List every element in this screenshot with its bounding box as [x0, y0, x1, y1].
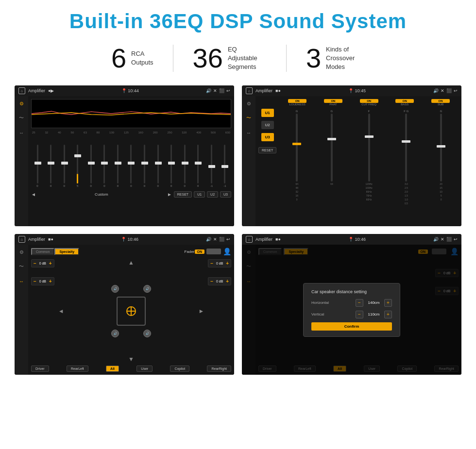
dialog-vertical-plus[interactable]: + — [384, 311, 392, 318]
sidebar-fader-icon1[interactable]: ⚙ — [17, 248, 26, 256]
eq-slider-10: 0 — [153, 145, 163, 187]
crossover-reset-btn[interactable]: RESET — [258, 147, 276, 153]
topbar-crossover-title: Amplifier — [255, 88, 272, 93]
eq-reset-btn[interactable]: RESET — [174, 191, 192, 198]
eq-slider-4: 5 — [72, 145, 83, 187]
topbar-crossover-left: ⌂ Amplifier ■● — [246, 87, 281, 94]
sidebar-fader-icon2[interactable]: 〜 — [17, 262, 26, 271]
stat-crossover-label: Kinds ofCrossover Modes — [326, 45, 365, 72]
sidebar-fader: ⚙ 〜 ↔ — [15, 245, 28, 375]
distance-dialog-overlay: Car speaker distance setting Horizontal … — [242, 245, 461, 375]
vol-control-br: − 0 dB + — [208, 277, 231, 285]
dialog-horizontal-minus[interactable]: − — [356, 299, 363, 307]
home-icon[interactable]: ⌂ — [18, 87, 25, 94]
loudness-handle[interactable] — [292, 143, 301, 145]
fader-slider[interactable] — [206, 249, 221, 254]
fader-right-arrow[interactable]: ► — [198, 308, 204, 315]
eq-bottom-controls: ◄ Custom ► RESET U1 U2 U3 — [31, 191, 231, 198]
sub-handle[interactable] — [437, 145, 445, 148]
eq-next-btn[interactable]: ► — [167, 192, 172, 197]
ch-cutfreq-on[interactable]: ON — [360, 99, 378, 103]
fader-up-arrow[interactable]: ▲ — [128, 259, 134, 266]
dialog-horizontal-input: − 140cm + — [356, 299, 392, 307]
eq-u1-btn[interactable]: U1 — [194, 191, 205, 198]
ch-loudness-on[interactable]: ON — [288, 99, 306, 103]
btn-driver[interactable]: Driver — [31, 366, 49, 372]
btn-rearright[interactable]: RearRight — [207, 366, 231, 372]
preset-u2[interactable]: U2 — [261, 121, 274, 129]
vol-br-plus[interactable]: + — [226, 279, 229, 284]
fader-controls-area: − 0 dB + − 0 dB + — [31, 259, 231, 363]
crossover-channels-area: ON LOUDNESS ON PHAT ON CUT FREQ — [279, 99, 459, 223]
tab-specialty[interactable]: Specialty — [54, 248, 79, 255]
topbar-fader-title: Amplifier — [28, 237, 45, 242]
screen-fader-content: ⚙ 〜 ↔ Common Specialty Fader ON 👤 — [15, 245, 234, 375]
speaker-diagram: 🔊 🔊 🔊 — [111, 285, 151, 337]
sidebar-crossover-icon2[interactable]: 〜 — [244, 114, 253, 122]
speaker-bottom-row: 🔊 🔊 — [111, 330, 151, 337]
dialog-vertical-val: 110cm — [365, 312, 382, 316]
eq-prev-btn[interactable]: ◄ — [31, 192, 36, 197]
sub-slider-col: G 20 15 10 5 0 — [432, 110, 450, 201]
loudness-slider-col: G 64 48 32 16 0 — [288, 110, 306, 201]
stat-crossover: 3 Kinds ofCrossover Modes — [287, 45, 384, 72]
dialog-vertical-row: Vertical − 110cm + — [311, 311, 392, 318]
dialog-horizontal-label: Horizontal — [311, 300, 338, 305]
sidebar-eq-icon3[interactable]: ↔ — [17, 128, 26, 137]
vol-tl-minus[interactable]: − — [34, 261, 36, 266]
sidebar-eq-icon2[interactable]: 〜 — [17, 114, 26, 122]
cutfreq-handle[interactable] — [365, 135, 374, 138]
eq-freq-labels: 253240506380100125160200250320400500630 — [31, 131, 231, 134]
btn-copilot[interactable]: Copilot — [170, 366, 189, 372]
sidebar-eq-icon1[interactable]: ⚙ — [17, 99, 26, 108]
home-icon-3[interactable]: ⌂ — [18, 236, 25, 243]
dialog-vertical-minus[interactable]: − — [356, 311, 363, 318]
screen-fader: ⌂ Amplifier ■● 📍 10:46 🔊 ✕ ⬛ ↩ ⚙ 〜 — [15, 234, 234, 375]
fader-main: Common Specialty Fader ON 👤 − — [28, 245, 234, 375]
bass-handle[interactable] — [402, 140, 410, 143]
eq-slider-3: 0 — [59, 145, 69, 187]
preset-u3[interactable]: U3 — [261, 133, 274, 141]
vol-tl-plus[interactable]: + — [49, 261, 52, 266]
sidebar-crossover-icon1[interactable]: ⚙ — [244, 99, 253, 108]
btn-all[interactable]: All — [106, 366, 119, 372]
ch-phat-on[interactable]: ON — [324, 99, 342, 103]
vol-br-minus[interactable]: − — [210, 279, 213, 284]
eq-slider-5: 0 — [85, 145, 96, 187]
vol-tr-plus[interactable]: + — [226, 261, 229, 266]
profile-icon[interactable]: 👤 — [223, 248, 231, 255]
speaker-rl: 🔊 — [111, 330, 119, 337]
ch-sub-on[interactable]: ON — [431, 99, 450, 103]
btn-rearleft[interactable]: RearLeft — [67, 366, 88, 372]
topbar-eq-right: 🔊 ✕ ⬛ ↩ — [206, 88, 230, 93]
btn-user[interactable]: User — [136, 366, 153, 372]
eq-u3-btn[interactable]: U3 — [220, 191, 231, 198]
stat-eq-number: 36 — [193, 45, 223, 72]
confirm-button[interactable]: Confirm — [311, 322, 392, 331]
stat-rca-number: 6 — [111, 45, 126, 72]
eq-slider-1: 0 — [32, 145, 43, 187]
tab-common[interactable]: Common — [31, 248, 54, 255]
vol-bl-minus[interactable]: − — [34, 279, 36, 284]
eq-u2-btn[interactable]: U2 — [207, 191, 218, 198]
fader-down-arrow[interactable]: ▼ — [128, 356, 134, 363]
vol-tr-minus[interactable]: − — [210, 261, 213, 266]
dialog-horizontal-plus[interactable]: + — [384, 299, 392, 307]
home-icon-4[interactable]: ⌂ — [246, 236, 253, 243]
vol-bl-plus[interactable]: + — [49, 279, 52, 284]
phat-handle[interactable] — [327, 138, 336, 140]
home-icon-2[interactable]: ⌂ — [246, 87, 253, 94]
sidebar-fader-icon3[interactable]: ↔ — [17, 277, 26, 285]
ch-bass-on[interactable]: ON — [395, 99, 414, 103]
fader-left-arrow[interactable]: ◄ — [58, 308, 64, 315]
eq-slider-7: 0 — [112, 145, 123, 187]
eq-sliders: 0 0 0 5 0 0 0 0 0 0 0 0 0 -1 -1 — [31, 136, 231, 189]
sidebar-crossover-icon3[interactable]: ↔ — [244, 128, 253, 137]
topbar-fader-left: ⌂ Amplifier ■● — [18, 236, 53, 243]
speaker-fr: 🔊 — [143, 285, 151, 293]
ch-loudness: ON LOUDNESS — [288, 99, 306, 106]
ch-sub: ON SUB — [431, 99, 450, 106]
screens-grid: ⌂ Amplifier ●▶ 📍 10:44 🔊 ✕ ⬛ ↩ ⚙ 〜 — [15, 85, 461, 375]
channel-sliders: G 64 48 32 16 0 — [279, 108, 459, 223]
preset-u1[interactable]: U1 — [261, 109, 274, 117]
